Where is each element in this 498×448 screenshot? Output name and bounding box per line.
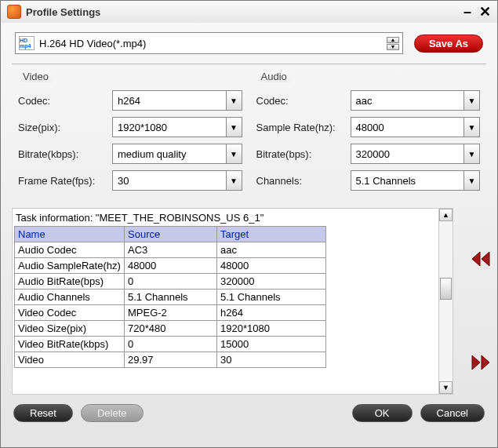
audio-codec-label: Codec: xyxy=(256,95,351,107)
video-size-select[interactable]: 1920*1080▼ xyxy=(112,117,242,137)
task-info-panel: Task information: "MEET_THE_ROBINSONS_US… xyxy=(12,208,453,395)
prev-task-button[interactable] xyxy=(469,250,493,268)
minimize-button[interactable]: – xyxy=(463,4,471,20)
video-bitrate-select[interactable]: medium quality▼ xyxy=(112,144,242,164)
chevron-down-icon[interactable]: ▼ xyxy=(226,171,242,190)
scroll-down-icon[interactable]: ▼ xyxy=(439,381,453,394)
chevron-down-icon[interactable]: ▼ xyxy=(463,118,479,137)
table-row: Audio Channels5.1 Channels5.1 Channels xyxy=(15,290,326,305)
delete-button[interactable]: Delete xyxy=(81,404,144,422)
scroll-up-icon[interactable]: ▲ xyxy=(439,209,453,221)
table-row: Video Size(pix)720*4801920*1080 xyxy=(15,321,326,337)
col-target: Target xyxy=(217,227,326,242)
table-row: Audio SampleRate(hz)4800048000 xyxy=(15,258,326,274)
format-icon: HD mp4 xyxy=(19,36,35,50)
col-name: Name xyxy=(15,227,125,242)
video-bitrate-label: Bitrate(kbps): xyxy=(18,148,112,160)
audio-bitrate-label: Bitrate(bps): xyxy=(256,148,351,160)
reset-button[interactable]: Reset xyxy=(13,404,73,422)
video-codec-label: Codec: xyxy=(18,95,112,107)
audio-section: Audio Codec: aac▼ Sample Rate(hz): 48000… xyxy=(256,69,481,197)
chevron-down-icon[interactable]: ▼ xyxy=(226,118,242,137)
audio-codec-select[interactable]: aac▼ xyxy=(351,90,481,111)
col-source: Source xyxy=(125,227,217,242)
chevron-down-icon[interactable]: ▼ xyxy=(463,91,479,110)
task-table: Name Source Target Audio CodecAC3aac Aud… xyxy=(14,226,326,368)
video-framerate-select[interactable]: 30▼ xyxy=(112,170,242,191)
close-button[interactable]: ✕ xyxy=(479,3,491,20)
table-row: Video29.9730 xyxy=(15,352,326,368)
cancel-button[interactable]: Cancel xyxy=(420,404,485,422)
video-header: Video xyxy=(20,71,52,82)
profile-settings-window: Profile Settings – ✕ HD mp4 H.264 HD Vid… xyxy=(0,0,498,448)
video-framerate-label: Frame Rate(fps): xyxy=(18,175,112,187)
table-row: Audio CodecAC3aac xyxy=(15,242,326,258)
video-size-label: Size(pix): xyxy=(18,122,112,133)
audio-samplerate-select[interactable]: 48000▼ xyxy=(351,117,481,137)
scroll-thumb[interactable] xyxy=(440,278,452,300)
audio-samplerate-label: Sample Rate(hz): xyxy=(256,122,351,133)
ok-button[interactable]: OK xyxy=(352,404,413,422)
profile-format-value: H.264 HD Video(*.mp4) xyxy=(39,38,387,49)
scrollbar[interactable]: ▲ ▼ xyxy=(438,209,453,394)
stepper-icon[interactable]: ▲▼ xyxy=(387,37,399,50)
profile-format-select[interactable]: HD mp4 H.264 HD Video(*.mp4) ▲▼ xyxy=(15,32,403,54)
app-icon xyxy=(7,5,21,19)
chevron-down-icon[interactable]: ▼ xyxy=(463,144,479,163)
video-section: Video Codec: h264▼ Size(pix): 1920*1080▼… xyxy=(18,69,242,197)
titlebar: Profile Settings – ✕ xyxy=(1,1,497,23)
table-header-row: Name Source Target xyxy=(15,227,326,242)
audio-bitrate-select[interactable]: 320000▼ xyxy=(351,144,481,164)
audio-channels-select[interactable]: 5.1 Channels▼ xyxy=(351,170,481,191)
audio-header: Audio xyxy=(258,71,290,82)
chevron-down-icon[interactable]: ▼ xyxy=(226,91,242,110)
task-info-header: Task information: "MEET_THE_ROBINSONS_US… xyxy=(14,210,437,225)
audio-channels-label: Channels: xyxy=(256,175,351,187)
chevron-down-icon[interactable]: ▼ xyxy=(226,144,242,163)
table-row: Video BitRate(kbps)015000 xyxy=(15,337,326,352)
table-row: Audio BitRate(bps)0320000 xyxy=(15,274,326,290)
video-codec-select[interactable]: h264▼ xyxy=(112,90,242,111)
window-title: Profile Settings xyxy=(26,6,100,18)
next-task-button[interactable] xyxy=(469,354,493,371)
table-row: Video CodecMPEG-2h264 xyxy=(15,305,326,321)
save-as-button[interactable]: Save As xyxy=(414,35,483,53)
chevron-down-icon[interactable]: ▼ xyxy=(463,171,479,190)
